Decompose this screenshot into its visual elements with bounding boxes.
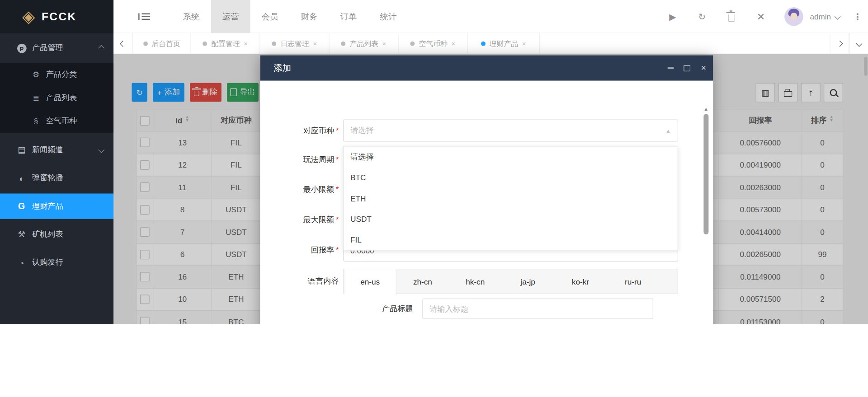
gear-icon: ⚙ bbox=[30, 70, 41, 79]
close-tab-icon[interactable]: × bbox=[522, 40, 526, 47]
dropdown-option[interactable]: FIL bbox=[344, 229, 677, 250]
sidebar-item-air-coin[interactable]: § 空气币种 bbox=[0, 109, 113, 132]
chevron-down-icon bbox=[856, 41, 862, 47]
collapse-sidebar-icon bbox=[142, 16, 150, 17]
field-label-rate: 回报率* bbox=[260, 246, 339, 256]
close-button[interactable]: × bbox=[695, 55, 712, 80]
chevron-down-icon bbox=[835, 14, 841, 20]
close-tab-icon[interactable]: × bbox=[382, 40, 386, 47]
tab-dot bbox=[481, 42, 486, 46]
sidebar-item-subscription-issue[interactable]: ◔ 认购发行 bbox=[0, 250, 113, 275]
dropdown-option[interactable]: BTC bbox=[344, 167, 677, 188]
fullscreen-icon bbox=[757, 13, 764, 20]
language-tab[interactable]: en-us bbox=[344, 269, 396, 294]
label-product-title: 产品标题 bbox=[343, 304, 413, 314]
maximize-button[interactable] bbox=[679, 55, 695, 80]
sidebar-item-popup-carousel[interactable]: ◐ 弹窗轮播 bbox=[0, 165, 113, 191]
top-navbar: 系统 运营 会员 财务 订单 统计 ▶ ↻ admin ⋮ bbox=[113, 0, 868, 33]
sidebar-item-miner-list[interactable]: ⚒ 矿机列表 bbox=[0, 222, 113, 247]
wealth-product-icon: G bbox=[15, 201, 28, 211]
play-button[interactable]: ▶ bbox=[661, 0, 684, 33]
tabs-menu-button[interactable] bbox=[849, 33, 868, 54]
nav-item-system[interactable]: 系统 bbox=[172, 0, 211, 33]
refresh-button[interactable]: ↻ bbox=[691, 0, 713, 33]
newspaper-icon: ▤ bbox=[15, 145, 28, 155]
close-tab-icon[interactable]: × bbox=[244, 40, 248, 47]
more-menu-button[interactable]: ⋮ bbox=[846, 0, 868, 33]
dialog-scrollbar-thumb[interactable] bbox=[703, 114, 708, 234]
language-tab[interactable]: ko-kr bbox=[554, 269, 607, 294]
currency-dropdown: 请选择 BTC ETH USDT FIL bbox=[343, 146, 678, 250]
language-tab[interactable]: ru-ru bbox=[607, 269, 659, 294]
dropdown-option[interactable]: 请选择 bbox=[344, 146, 677, 167]
nav-item-operation[interactable]: 运营 bbox=[211, 0, 250, 33]
sidebar-submenu: ⚙ 产品分类 ≣ 产品列表 § 空气币种 bbox=[0, 63, 113, 133]
clear-cache-button[interactable] bbox=[720, 0, 742, 33]
nav-item-order[interactable]: 订单 bbox=[329, 0, 368, 33]
tab-config[interactable]: 配置管理× bbox=[191, 33, 260, 54]
product-title-input[interactable] bbox=[422, 299, 653, 319]
app-window: ◈ FCCK P 产品管理 ⚙ 产品分类 ≣ 产品列表 § 空气币种 ▤ 新闻频 bbox=[0, 0, 868, 324]
dialog-body: 对应币种* 玩法周期* 最小限额* 最大限额* 回报率* 语言内容 请选择 ▲ … bbox=[260, 81, 713, 324]
collapse-sidebar-button[interactable] bbox=[135, 0, 157, 33]
play-icon: ▶ bbox=[669, 11, 676, 22]
list-icon: ≣ bbox=[30, 93, 41, 103]
close-tab-icon[interactable]: × bbox=[452, 40, 456, 47]
tab-dot bbox=[272, 42, 277, 46]
language-tabs: en-us zh-cn hk-cn ja-jp ko-kr ru-ru bbox=[343, 269, 678, 294]
add-dialog: 添加 × 对应币种* 玩法周期* 最小限额* 最大限额* 回报率* 语言内容 请… bbox=[260, 55, 713, 324]
chevron-down-icon bbox=[98, 147, 104, 153]
language-tab[interactable]: ja-jp bbox=[501, 269, 554, 294]
sidebar-item-product-category[interactable]: ⚙ 产品分类 bbox=[0, 63, 113, 86]
dialog-title: 添加 bbox=[274, 62, 291, 74]
brand-name: FCCK bbox=[42, 10, 77, 23]
brand-diamond-icon: ◈ bbox=[22, 8, 35, 25]
dialog-header[interactable]: 添加 × bbox=[260, 55, 713, 80]
chevron-left-icon bbox=[120, 41, 126, 47]
maximize-icon bbox=[684, 65, 690, 71]
minimize-button[interactable] bbox=[662, 55, 679, 80]
language-tab[interactable]: hk-cn bbox=[449, 269, 501, 294]
sidebar-item-product-management[interactable]: P 产品管理 bbox=[0, 35, 113, 61]
sidebar-item-wealth-product[interactable]: G 理财产品 bbox=[0, 193, 113, 219]
close-tab-icon[interactable]: × bbox=[313, 40, 317, 47]
fullscreen-button[interactable] bbox=[750, 0, 772, 33]
avatar[interactable] bbox=[784, 7, 803, 26]
chevron-up-icon bbox=[98, 45, 104, 51]
tab-dot bbox=[203, 42, 208, 46]
currency-select[interactable]: 请选择 ▲ bbox=[343, 119, 678, 141]
tabs-scroll-left-button[interactable] bbox=[113, 33, 133, 54]
tab-product-list[interactable]: 产品列表× bbox=[330, 33, 399, 54]
sidebar: ◈ FCCK P 产品管理 ⚙ 产品分类 ≣ 产品列表 § 空气币种 ▤ 新闻频 bbox=[0, 0, 113, 324]
refresh-icon: ↻ bbox=[698, 11, 705, 22]
tabs-scroll-right-button[interactable] bbox=[830, 33, 849, 54]
chevron-right-icon bbox=[836, 41, 843, 47]
tab-dashboard[interactable]: 后台首页 bbox=[133, 33, 191, 54]
tab-wealth-product[interactable]: 理财产品× bbox=[468, 33, 540, 54]
miner-icon: ⚒ bbox=[15, 229, 28, 239]
dialog-scrollbar[interactable]: ▲ bbox=[703, 109, 708, 324]
field-label-min: 最小限额* bbox=[260, 185, 339, 195]
tab-dot bbox=[341, 42, 346, 46]
dropdown-option[interactable]: USDT bbox=[344, 209, 677, 229]
nav-item-statistics[interactable]: 统计 bbox=[369, 0, 408, 33]
brand-logo: ◈ FCCK bbox=[0, 0, 113, 33]
language-tab[interactable]: zh-cn bbox=[396, 269, 449, 294]
tab-bar: 后台首页 配置管理× 日志管理× 产品列表× 空气币种× 理财产品× bbox=[113, 33, 868, 54]
tab-dot bbox=[410, 42, 415, 46]
username: admin bbox=[810, 12, 831, 21]
field-label-lang: 语言内容 bbox=[260, 276, 339, 286]
page-scrollbar-thumb[interactable] bbox=[864, 57, 867, 76]
air-coin-icon: § bbox=[30, 117, 41, 126]
tab-air-coin[interactable]: 空气币种× bbox=[399, 33, 468, 54]
scroll-up-arrow[interactable]: ▲ bbox=[703, 106, 708, 112]
field-label-currency: 对应币种* bbox=[260, 126, 339, 136]
sidebar-item-news-channel[interactable]: ▤ 新闻频道 bbox=[0, 137, 113, 163]
user-menu[interactable]: admin bbox=[810, 0, 840, 33]
product-management-icon: P bbox=[15, 43, 28, 53]
dropdown-option[interactable]: ETH bbox=[344, 188, 677, 209]
nav-item-member[interactable]: 会员 bbox=[250, 0, 289, 33]
nav-item-finance[interactable]: 财务 bbox=[289, 0, 329, 33]
tab-logs[interactable]: 日志管理× bbox=[260, 33, 330, 54]
sidebar-item-product-list[interactable]: ≣ 产品列表 bbox=[0, 86, 113, 109]
